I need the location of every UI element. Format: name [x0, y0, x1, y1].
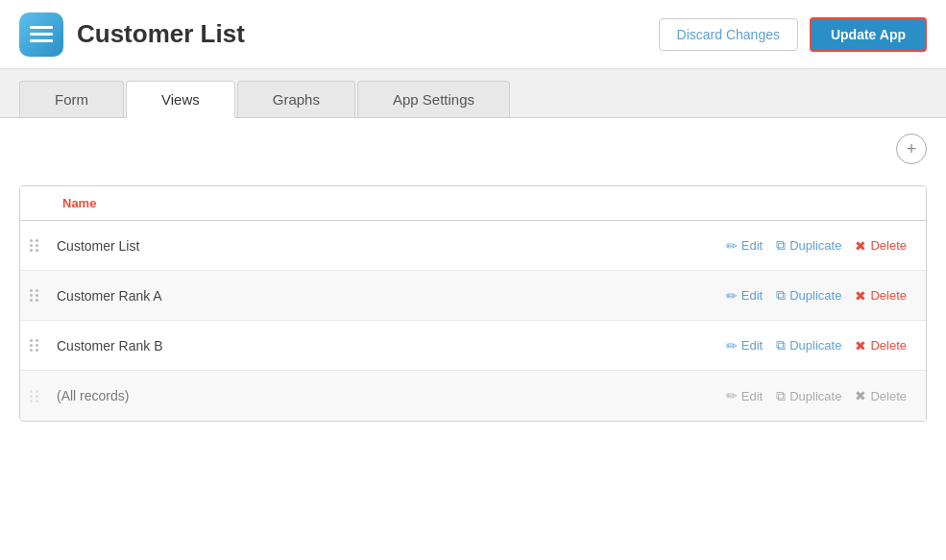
header: Customer List Discard Changes Update App [0, 0, 946, 69]
delete-button-disabled: ✖ Delete [851, 386, 910, 405]
delete-button[interactable]: ✖ Delete [851, 236, 910, 256]
edit-button[interactable]: ✏ Edit [722, 286, 766, 305]
duplicate-label: Duplicate [789, 389, 841, 403]
drag-handle[interactable] [20, 289, 49, 302]
delete-icon: ✖ [855, 388, 866, 403]
edit-button[interactable]: ✏ Edit [722, 336, 766, 355]
duplicate-label: Duplicate [789, 288, 841, 303]
svg-rect-2 [30, 39, 53, 42]
column-name-header: Name [36, 196, 910, 210]
table-header: Name [20, 186, 926, 221]
tab-form[interactable]: Form [19, 81, 124, 117]
edit-label: Edit [741, 338, 763, 353]
drag-handle[interactable] [20, 239, 49, 252]
discard-changes-button[interactable]: Discard Changes [659, 18, 798, 51]
page-title: Customer List [77, 19, 245, 49]
table-row: Customer List ✏ Edit ⧉ Duplicate ✖ Delet… [20, 221, 926, 271]
drag-dots [30, 239, 39, 252]
table-row: Customer Rank B ✏ Edit ⧉ Duplicate ✖ Del… [20, 321, 926, 371]
app-container: Customer List Discard Changes Update App… [0, 0, 946, 560]
plus-icon: + [907, 139, 917, 159]
header-left: Customer List [19, 12, 245, 57]
svg-rect-0 [30, 26, 53, 29]
delete-icon: ✖ [855, 338, 866, 353]
svg-rect-1 [30, 33, 53, 36]
edit-icon: ✏ [726, 288, 738, 304]
row-name: Customer Rank B [49, 338, 695, 353]
main-content: + Name Custome [0, 118, 946, 560]
duplicate-button[interactable]: ⧉ Duplicate [772, 285, 845, 305]
app-icon [19, 12, 63, 57]
delete-button[interactable]: ✖ Delete [851, 286, 910, 305]
duplicate-button[interactable]: ⧉ Duplicate [772, 335, 845, 355]
tabs-bar: Form Views Graphs App Settings [0, 69, 946, 118]
header-right: Discard Changes Update App [659, 17, 927, 52]
list-icon [28, 21, 55, 48]
drag-handle[interactable] [20, 339, 49, 352]
row-name: Customer List [49, 238, 695, 254]
edit-icon: ✏ [726, 238, 738, 254]
edit-label: Edit [741, 238, 763, 253]
tab-views[interactable]: Views [126, 81, 235, 118]
duplicate-icon: ⧉ [776, 287, 786, 304]
drag-handle [20, 390, 49, 402]
duplicate-label: Duplicate [789, 238, 841, 253]
edit-label: Edit [741, 288, 763, 303]
duplicate-icon: ⧉ [776, 237, 786, 254]
delete-label: Delete [870, 288, 907, 303]
duplicate-button[interactable]: ⧉ Duplicate [772, 235, 845, 256]
row-actions: ✏ Edit ⧉ Duplicate ✖ Delete [695, 285, 926, 305]
delete-icon: ✖ [855, 238, 866, 254]
edit-label: Edit [741, 389, 763, 403]
delete-label: Delete [870, 338, 907, 353]
delete-icon: ✖ [855, 288, 866, 304]
drag-dots [30, 289, 39, 302]
drag-dots [30, 390, 39, 402]
edit-button-disabled: ✏ Edit [722, 386, 766, 405]
row-name: (All records) [49, 388, 695, 403]
drag-dots [30, 339, 39, 352]
edit-icon: ✏ [726, 338, 738, 353]
edit-icon: ✏ [726, 388, 738, 403]
delete-button[interactable]: ✖ Delete [851, 336, 910, 355]
add-view-button[interactable]: + [896, 134, 927, 164]
delete-label: Delete [870, 238, 907, 253]
duplicate-label: Duplicate [789, 338, 841, 353]
row-name: Customer Rank A [49, 288, 695, 304]
duplicate-icon: ⧉ [776, 337, 786, 353]
table-row: (All records) ✏ Edit ⧉ Duplicate ✖ Delet… [20, 371, 926, 421]
duplicate-button-disabled: ⧉ Duplicate [772, 386, 845, 406]
views-table: Name Customer List ✏ [19, 185, 927, 422]
row-actions: ✏ Edit ⧉ Duplicate ✖ Delete [695, 235, 926, 256]
update-app-button[interactable]: Update App [810, 17, 927, 52]
tab-graphs[interactable]: Graphs [237, 81, 355, 117]
tab-app-settings[interactable]: App Settings [357, 81, 510, 117]
table-row: Customer Rank A ✏ Edit ⧉ Duplicate ✖ Del… [20, 271, 926, 321]
delete-label: Delete [870, 389, 907, 403]
row-actions: ✏ Edit ⧉ Duplicate ✖ Delete [695, 335, 926, 355]
row-actions: ✏ Edit ⧉ Duplicate ✖ Delete [695, 386, 926, 406]
edit-button[interactable]: ✏ Edit [722, 236, 766, 256]
duplicate-icon: ⧉ [776, 388, 786, 404]
